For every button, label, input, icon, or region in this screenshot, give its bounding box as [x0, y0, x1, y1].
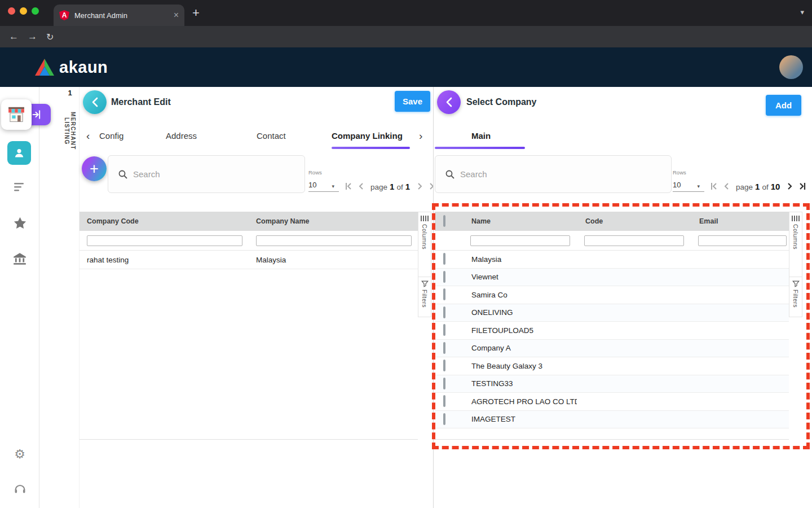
tab-contact[interactable]: Contact — [257, 131, 286, 141]
row-checkbox[interactable] — [443, 395, 445, 407]
new-tab-button[interactable]: + — [192, 6, 200, 20]
filter-company-code-input[interactable] — [87, 235, 242, 246]
row-checkbox[interactable] — [443, 253, 445, 265]
back-button-select-company[interactable] — [437, 90, 461, 114]
row-checkbox[interactable] — [443, 360, 445, 371]
sidebar-item-company[interactable] — [0, 252, 39, 265]
row-checkbox[interactable] — [443, 324, 445, 336]
filters-toggle[interactable]: Filters — [789, 277, 802, 317]
close-window-button[interactable] — [8, 7, 15, 15]
akaun-logo[interactable]: akaun — [35, 58, 108, 77]
select-company-panel: Select Company Add Main Rows 10 ▾ page — [433, 87, 812, 508]
filters-toggle[interactable]: Filters — [418, 277, 431, 317]
filter-email-input[interactable] — [698, 235, 787, 246]
table-row[interactable]: Viewnet — [435, 269, 789, 287]
rows-label: Rows — [308, 169, 322, 176]
sidebar-item-listing[interactable] — [0, 182, 39, 193]
row-checkbox[interactable] — [443, 306, 445, 318]
columns-toggle[interactable]: Columns — [418, 212, 431, 277]
company-name-cell: IMAGETEST — [463, 415, 577, 423]
listing-index: 1 — [64, 89, 76, 97]
search-box[interactable] — [108, 155, 305, 193]
sidebar-item-favorites[interactable] — [0, 216, 39, 231]
header-code: Code — [577, 217, 691, 225]
table-row[interactable]: Malaysia — [435, 251, 789, 269]
company-name-cell: Malaysia — [463, 255, 577, 264]
merchant-edit-panel: Merchant Edit Save ‹ Config Address Cont… — [79, 87, 431, 508]
add-button[interactable]: Add — [766, 95, 801, 116]
search-box[interactable] — [435, 155, 672, 193]
table-row[interactable]: Samira Co — [435, 286, 789, 304]
tabs-scroll-left-icon[interactable]: ‹ — [86, 130, 90, 142]
first-page-icon[interactable] — [708, 179, 720, 193]
next-page-icon[interactable] — [783, 179, 795, 193]
columns-toggle[interactable]: Columns — [789, 212, 802, 277]
tab-address[interactable]: Address — [166, 131, 197, 141]
forward-button[interactable]: → — [28, 31, 37, 42]
reload-button[interactable]: ↻ — [46, 32, 54, 42]
tab-company-linking[interactable]: Company Linking — [332, 131, 403, 141]
support-icon[interactable] — [0, 482, 39, 496]
sidebar-item-merchant[interactable] — [7, 141, 31, 165]
tab-search-chevron-icon[interactable]: ▾ — [800, 8, 804, 16]
rows-label: Rows — [673, 169, 686, 176]
row-checkbox[interactable] — [443, 342, 445, 354]
search-input[interactable] — [133, 169, 263, 179]
row-checkbox[interactable] — [443, 271, 445, 283]
last-page-icon[interactable] — [796, 179, 808, 193]
back-button-merchant-edit[interactable] — [83, 90, 107, 114]
columns-icon — [792, 216, 800, 221]
table-row[interactable]: TESTING33 — [435, 375, 789, 393]
rows-per-page-select[interactable]: 10 ▾ — [673, 176, 704, 192]
listing-title-vertical: MERCHANT LISTING — [64, 100, 76, 162]
tab-close-icon[interactable]: × — [174, 11, 179, 20]
header-company-name: Company Name — [249, 217, 418, 225]
filter-company-name-input[interactable] — [256, 235, 412, 246]
row-checkbox[interactable] — [443, 413, 445, 425]
table-header: Name Code Email — [435, 212, 789, 231]
merchant-applet-icon[interactable] — [1, 99, 32, 130]
active-tab-underline — [435, 147, 525, 149]
header-name: Name — [463, 217, 577, 225]
add-link-button[interactable]: + — [82, 156, 107, 181]
prev-page-icon[interactable] — [355, 179, 367, 193]
prev-page-icon[interactable] — [721, 179, 732, 193]
filter-row — [80, 231, 418, 251]
tab-config[interactable]: Config — [99, 131, 123, 141]
filter-funnel-icon — [792, 281, 800, 287]
table-row[interactable]: AGROTECH PRO LAO CO LTD — [435, 393, 789, 411]
table-side-controls: Columns Filters — [418, 212, 431, 317]
next-page-icon[interactable] — [413, 179, 425, 193]
settings-gear-icon[interactable]: ⚙ — [0, 447, 39, 462]
company-name-cell: Viewnet — [463, 273, 577, 281]
filter-name-input[interactable] — [470, 235, 570, 246]
rows-value: 10 — [308, 181, 316, 189]
header-email: Email — [691, 217, 789, 225]
company-name-cell: Company A — [463, 344, 577, 352]
browser-tab[interactable]: A Merchant Admin × — [54, 5, 184, 26]
row-checkbox[interactable] — [443, 288, 445, 300]
back-button[interactable]: ← — [9, 31, 19, 42]
tab-main[interactable]: Main — [471, 131, 491, 141]
first-page-icon[interactable] — [342, 179, 354, 193]
table-row[interactable]: Company A — [435, 340, 789, 358]
search-icon — [118, 170, 127, 179]
save-button[interactable]: Save — [395, 91, 430, 112]
table-row[interactable]: The Beauty Galaxy 3 — [435, 357, 789, 375]
table-row[interactable]: ONELIVING — [435, 304, 789, 322]
search-input[interactable] — [460, 169, 618, 179]
table-row[interactable]: IMAGETEST — [435, 411, 789, 429]
filters-label: Filters — [421, 290, 428, 308]
table-row[interactable]: FILETOUPLOAD5 — [435, 322, 789, 340]
select-all-checkbox[interactable] — [443, 215, 445, 227]
row-checkbox[interactable] — [443, 378, 445, 389]
minimize-window-button[interactable] — [20, 7, 27, 15]
table-row[interactable]: rahat testing Malaysia — [80, 251, 418, 269]
page-total: 10 — [771, 182, 780, 191]
filter-code-input[interactable] — [584, 235, 684, 246]
tab-strip: A Merchant Admin × + ▾ — [0, 0, 812, 26]
tabs-scroll-right-icon[interactable]: › — [419, 130, 422, 142]
rows-per-page-select[interactable]: 10 ▾ — [308, 176, 339, 192]
maximize-window-button[interactable] — [32, 7, 39, 15]
user-avatar[interactable] — [779, 55, 803, 79]
